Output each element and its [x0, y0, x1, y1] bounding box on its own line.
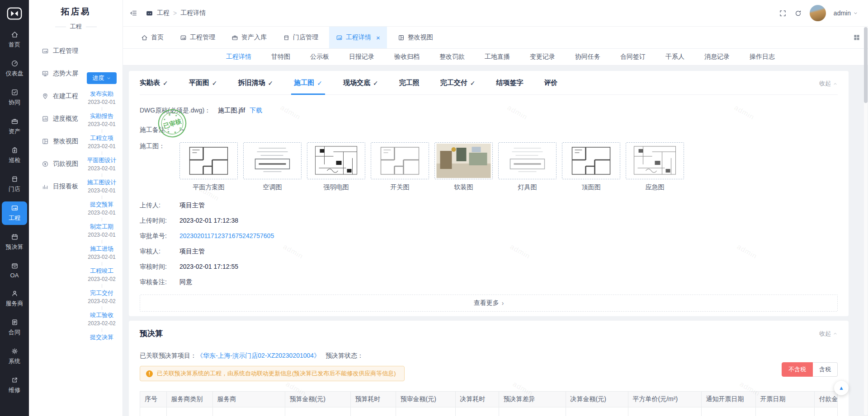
floor-plan-image	[373, 144, 427, 178]
warning-text: 已关联预决算系统的工程，由系统自动联动更新信息(预决算已发布后不能修改供应商等信…	[157, 369, 396, 378]
subnav-item[interactable]: 验收归档	[394, 53, 420, 61]
subnav-item[interactable]: 协同任务	[575, 53, 600, 61]
collapse-toggle[interactable]: 收起	[819, 79, 838, 88]
step-check-icon: ✓	[212, 79, 217, 87]
step-item[interactable]: 拆旧清场 ✓	[238, 79, 273, 87]
rail-item-oa[interactable]: OA	[2, 259, 27, 281]
menu-item-rectification-view[interactable]: 整改视图	[42, 130, 78, 153]
rail-item-contracts[interactable]: 合同	[2, 316, 27, 339]
rail-item-inspection[interactable]: 巡检	[2, 144, 27, 167]
step-item[interactable]: 完工交付 ✓	[440, 79, 476, 87]
map-pin-icon	[42, 93, 49, 100]
view-more-button[interactable]: 查看更多›	[140, 294, 838, 312]
back-to-top-button[interactable]: ▲	[834, 381, 849, 395]
drawing-thumbnail[interactable]	[307, 142, 365, 179]
subnav-item[interactable]: 干系人	[665, 53, 684, 61]
timeline-link[interactable]: 完工交付	[81, 290, 122, 296]
subnav-item[interactable]: 消息记录	[704, 53, 730, 61]
rail-item-projects[interactable]: 工程	[2, 201, 27, 225]
tab-bar: 首页 工程管理 资产入库 门店管理 工程详情× 整改视图	[123, 27, 868, 49]
subnav-item[interactable]: 工地直播	[485, 53, 510, 61]
rail-label: 工程	[9, 214, 20, 222]
user-menu[interactable]: admin	[834, 9, 858, 17]
timeline-link[interactable]: 施工图设计	[81, 179, 122, 186]
menu-item-daily-board[interactable]: 日报看板	[42, 175, 78, 198]
menu-item-progress-overview[interactable]: 进度概览	[42, 108, 78, 130]
download-link[interactable]: 下载	[250, 107, 262, 114]
timeline-date: 2023-02-01	[81, 188, 122, 194]
avatar[interactable]	[810, 5, 826, 21]
step-item[interactable]: 施工图 ✓	[294, 79, 322, 87]
subnav-item[interactable]: 公示板	[310, 53, 329, 61]
timeline-link[interactable]: 施工进场	[81, 245, 122, 252]
drawing-thumbnail[interactable]	[371, 142, 429, 179]
timeline-link[interactable]: 工程竣工	[81, 267, 122, 274]
drawing-thumbnail[interactable]	[626, 142, 684, 179]
rail-item-assets[interactable]: 资产	[2, 115, 27, 138]
menu-item-situation-screen[interactable]: 态势大屏	[42, 62, 78, 85]
tab-rectification-view[interactable]: 整改视图	[392, 27, 439, 48]
breadcrumb-root[interactable]: 工程	[157, 9, 170, 17]
drawing-name: 开关图	[371, 183, 429, 192]
drawing-thumbnail[interactable]	[434, 142, 493, 179]
scrollbar-thumb[interactable]	[864, 27, 868, 103]
fullscreen-icon[interactable]	[779, 9, 787, 17]
tab-store-management[interactable]: 门店管理	[278, 27, 324, 48]
sidebar-collapse-icon[interactable]	[129, 9, 137, 17]
tab-asset-inbound[interactable]: 资产入库	[226, 27, 272, 48]
step-item[interactable]: 平面图 ✓	[189, 79, 217, 87]
rail-item-system[interactable]: 系统	[2, 345, 27, 368]
drawing-thumbnail[interactable]	[498, 142, 557, 179]
tax-excluded-button[interactable]: 不含税	[782, 362, 813, 377]
timeline-link[interactable]: 制定工期	[81, 223, 122, 230]
subnav-item[interactable]: 日报记录	[349, 53, 374, 61]
step-item[interactable]: 评价	[544, 79, 557, 87]
menu-item-active-projects[interactable]: 在建工程	[42, 85, 78, 108]
rail-item-vendors[interactable]: 服务商	[2, 287, 27, 310]
collapse-toggle[interactable]: 收起	[819, 330, 838, 338]
step-item[interactable]: 结项签字	[496, 79, 523, 87]
subnav-item[interactable]: 工程详情	[226, 53, 251, 61]
table-row[interactable]: 1硬装硬装演示公司3,100.003,100.00-1003,000.0015.…	[140, 407, 838, 416]
subnav-item[interactable]: 操作日志	[750, 53, 775, 61]
drawing-thumbnail[interactable]	[243, 142, 302, 179]
field-value: 项目主管	[179, 201, 205, 209]
timeline-link[interactable]: 实勘报告	[81, 112, 122, 119]
refresh-icon[interactable]	[794, 9, 802, 17]
rail-item-stores[interactable]: 门店	[2, 173, 27, 196]
rail-item-collaboration[interactable]: 协同	[2, 86, 27, 109]
tab-project-detail[interactable]: 工程详情×	[329, 27, 387, 48]
timeline-link[interactable]: 竣工验收	[81, 312, 122, 318]
menu-item-penalty-view[interactable]: 罚款视图	[42, 153, 78, 175]
step-item[interactable]: 完工照	[399, 79, 420, 87]
page-scrollbar[interactable]	[864, 27, 868, 415]
drawing-thumbnail[interactable]	[562, 142, 620, 179]
timeline-filter-button[interactable]: 进度	[87, 72, 117, 84]
timeline-link[interactable]: 平面图设计	[81, 157, 122, 164]
timeline-link[interactable]: 工程立项	[81, 135, 122, 141]
rail-item-dashboard[interactable]: 仪表盘	[2, 57, 27, 80]
app-logo[interactable]	[5, 5, 24, 23]
rail-item-budget[interactable]: 预决算	[2, 230, 27, 254]
tab-project-management[interactable]: 工程管理	[175, 27, 221, 48]
step-check-icon: ✓	[317, 79, 322, 87]
linked-project-link[interactable]: 《华东-上海-演示门店02-XZ20230201004》	[197, 352, 320, 359]
menu-item-project-management[interactable]: 工程管理	[42, 40, 78, 62]
timeline-link[interactable]: 提交预算	[81, 201, 122, 208]
tab-home[interactable]: 首页	[136, 27, 169, 48]
close-icon[interactable]: ×	[376, 34, 380, 42]
step-item[interactable]: 现场交底 ✓	[343, 79, 378, 87]
subnav-item[interactable]: 变更记录	[530, 53, 555, 61]
tax-included-button[interactable]: 含税	[813, 362, 838, 377]
timeline-link[interactable]: 提交决算	[81, 334, 122, 341]
rail-item-home[interactable]: 首页	[2, 28, 27, 51]
timeline-link[interactable]: 发布实勘	[81, 90, 122, 97]
rail-label: 巡检	[9, 156, 20, 164]
tab-options-grid-icon[interactable]	[853, 34, 860, 41]
drawing-thumbnail[interactable]	[179, 142, 238, 179]
rail-item-repair[interactable]: 维修	[2, 374, 27, 397]
step-item[interactable]: 实勘表 ✓	[140, 79, 168, 87]
subnav-item[interactable]: 甘特图	[271, 53, 290, 61]
subnav-item[interactable]: 整改罚款	[439, 53, 465, 61]
subnav-item[interactable]: 合同签订	[620, 53, 646, 61]
